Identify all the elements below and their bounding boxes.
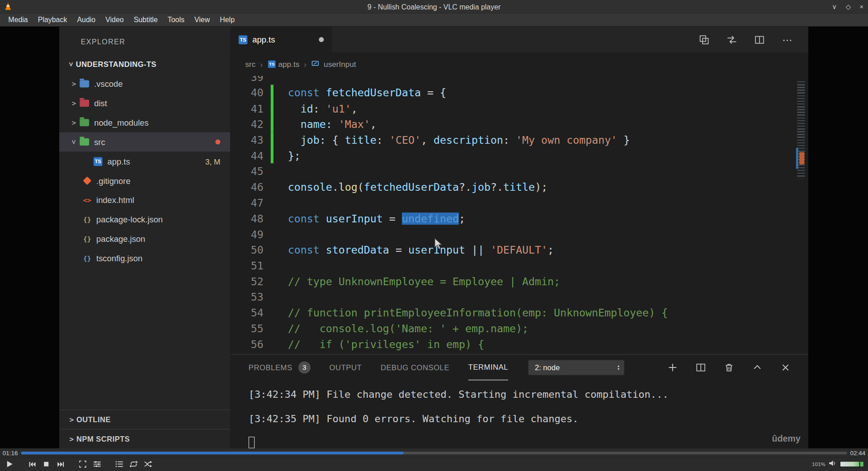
more-actions-icon[interactable]: ⋯ (782, 34, 793, 45)
minimap[interactable] (796, 76, 808, 354)
code-line-53[interactable]: 53 (231, 289, 796, 305)
tree-item-package.json[interactable]: {}package.json (59, 229, 230, 249)
sidebar-section-npm-scripts[interactable]: >NPM SCRIPTS (59, 429, 230, 448)
tree-item-tsconfig.json[interactable]: {}tsconfig.json (59, 249, 230, 268)
breadcrumb-item-app-ts[interactable]: app.ts (278, 60, 300, 69)
open-changes-icon[interactable] (698, 34, 709, 45)
video-area[interactable]: EXPLORER > UNDERSTANDING-TS >.vscode>dis… (0, 27, 868, 448)
shuffle-button[interactable] (142, 458, 154, 470)
maximize-panel-chevron-icon[interactable] (752, 362, 763, 373)
tab-app-ts[interactable]: TS app.ts (231, 27, 332, 53)
code-text (274, 164, 288, 179)
tree-item-src[interactable]: >src (59, 132, 230, 152)
menu-help[interactable]: Help (215, 15, 240, 24)
explorer-header: EXPLORER (59, 27, 230, 46)
error-dot-icon (215, 140, 220, 145)
code-token: undefined (402, 212, 459, 225)
code-line-45[interactable]: 45 (231, 164, 796, 179)
extended-settings-button[interactable] (91, 458, 103, 470)
stop-button[interactable] (40, 458, 52, 470)
code-token: } (617, 134, 630, 146)
menu-playback[interactable]: Playback (33, 15, 72, 24)
panel-tab-debug-console[interactable]: DEBUG CONSOLE (381, 355, 449, 380)
code-line-50[interactable]: 50const storedData = userInput || 'DEFAU… (231, 242, 796, 258)
volume-slider[interactable] (840, 461, 864, 467)
breadcrumb-item-userinput[interactable]: userInput (324, 60, 356, 69)
menu-subtitle[interactable]: Subtitle (129, 15, 163, 24)
json-icon: {} (82, 235, 92, 243)
code-text: name: 'Max', (274, 116, 377, 132)
titlebar[interactable]: 9 - Nullish Coalescing - VLC media playe… (0, 0, 868, 13)
menu-video[interactable]: Video (100, 15, 128, 24)
code-token: ); (535, 181, 547, 193)
line-number: 45 (231, 164, 264, 179)
tree-root-understanding-ts[interactable]: > UNDERSTANDING-TS (59, 55, 230, 74)
time-elapsed: 01:16 (0, 449, 20, 456)
code-text (274, 195, 288, 211)
line-number: 52 (231, 273, 264, 289)
code-line-55[interactable]: 55// console.log('Name: ' + emp.name); (231, 320, 796, 336)
previous-button[interactable] (26, 458, 38, 470)
seek-slider[interactable] (21, 452, 847, 454)
breadcrumb-item-src[interactable]: src (245, 60, 255, 69)
tree-item-node_modules[interactable]: >node_modules (59, 113, 230, 132)
tree-item-dist[interactable]: >dist (59, 94, 230, 113)
menu-view[interactable]: View (189, 15, 215, 24)
code-token: fetchedUserData (364, 181, 459, 193)
code-line-44[interactable]: 44}; (231, 148, 796, 164)
split-editor-icon[interactable] (754, 34, 765, 45)
code-area[interactable]: 3940const fetchedUserData = {41 id: 'u1'… (231, 76, 796, 354)
git-status-meta: 3, M (205, 157, 220, 166)
tree-item-package-lock.json[interactable]: {}package-lock.json (59, 210, 230, 229)
line-number: 46 (231, 179, 264, 195)
code-line-41[interactable]: 41 id: 'u1', (231, 101, 796, 117)
playlist-button[interactable] (113, 458, 125, 470)
code-line-42[interactable]: 42 name: 'Max', (231, 116, 796, 132)
code-line-51[interactable]: 51 (231, 258, 796, 273)
tree-item-index.html[interactable]: <>index.html (59, 190, 230, 210)
minimize-icon[interactable]: ∨ (832, 3, 837, 10)
git-icon (83, 176, 91, 185)
compare-changes-icon[interactable] (726, 34, 737, 45)
code-line-46[interactable]: 46console.log(fetchedUserData?.job?.titl… (231, 179, 796, 195)
sidebar-section-outline[interactable]: >OUTLINE (59, 410, 230, 429)
volume-needle (859, 461, 860, 467)
code-line-56[interactable]: 56// if ('privileges' in emp) { (231, 336, 796, 352)
code-line-49[interactable]: 49 (231, 226, 796, 242)
new-terminal-icon[interactable] (667, 362, 678, 373)
fullscreen-button[interactable] (77, 458, 89, 470)
play-button[interactable] (4, 458, 16, 470)
terminal-select[interactable]: 2: node ▴▾ (528, 360, 624, 375)
code-line-40[interactable]: 40const fetchedUserData = { (231, 85, 796, 101)
vscode-capture: EXPLORER > UNDERSTANDING-TS >.vscode>dis… (59, 27, 808, 448)
panel-tab-problems[interactable]: PROBLEMS3 (249, 355, 311, 380)
code-line-54[interactable]: 54// function printEmployeeInformation(e… (231, 305, 796, 321)
close-icon[interactable]: × (860, 3, 864, 10)
split-terminal-icon[interactable] (695, 362, 706, 373)
code-line-39[interactable]: 39 (231, 76, 796, 85)
tree-item-.vscode[interactable]: >.vscode (59, 74, 230, 94)
tree-item-.gitignore[interactable]: .gitignore (59, 171, 230, 190)
code-line-43[interactable]: 43 job: { title: 'CEO', description: 'My… (231, 132, 796, 148)
maximize-icon[interactable]: ◇ (846, 3, 851, 10)
menu-audio[interactable]: Audio (72, 15, 100, 24)
tree-item-app.ts[interactable]: TSapp.ts3, M (59, 152, 230, 171)
code-token: 'u1' (326, 102, 351, 114)
speaker-icon[interactable] (829, 459, 836, 469)
code-line-47[interactable]: 47 (231, 195, 796, 211)
menu-media[interactable]: Media (3, 15, 33, 24)
menu-tools[interactable]: Tools (163, 15, 189, 24)
code-line-48[interactable]: 48const userInput = undefined; (231, 211, 796, 226)
kill-terminal-trash-icon[interactable] (723, 362, 734, 373)
code-token: const (288, 86, 320, 99)
line-number: 48 (231, 211, 264, 226)
terminal-output[interactable]: [3:42:34 PM] File change detected. Start… (231, 380, 808, 448)
next-button[interactable] (55, 458, 66, 470)
editor-tabbar: TS app.ts ⋯ (231, 27, 808, 53)
loop-button[interactable] (128, 458, 140, 470)
terminal-line: [3:42:34 PM] File change detected. Start… (249, 388, 808, 401)
panel-tab-terminal[interactable]: TERMINAL (468, 355, 508, 380)
code-line-52[interactable]: 52// type UnknownEmployee = Employee | A… (231, 273, 796, 289)
close-panel-icon[interactable] (780, 362, 791, 373)
panel-tab-output[interactable]: OUTPUT (330, 355, 362, 380)
